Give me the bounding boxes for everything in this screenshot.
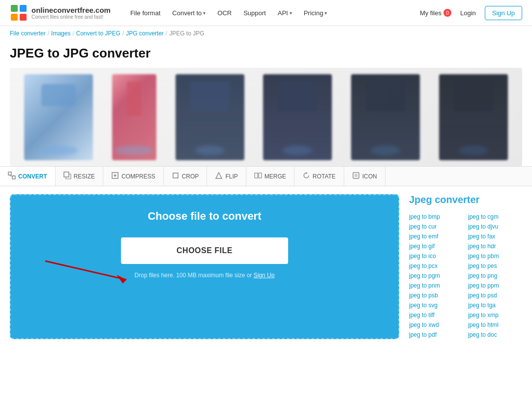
my-files-button[interactable]: My files 0: [420, 9, 451, 17]
breadcrumb-images[interactable]: Images: [51, 30, 70, 37]
page-title: JPEG to JPG converter: [0, 41, 532, 68]
carousel-item-6: [439, 74, 508, 160]
tab-flip[interactable]: FLIP: [207, 167, 246, 186]
breadcrumb-jpg-converter[interactable]: JPG converter: [126, 30, 164, 37]
svg-rect-10: [173, 173, 178, 178]
resize-icon: [63, 172, 71, 181]
tab-rotate-label: ROTATE: [313, 173, 336, 180]
sidebar-link[interactable]: jpeg to pgm: [409, 271, 463, 280]
logo-text: onlineconvertfree.com Convert files onli…: [31, 6, 111, 20]
tab-compress[interactable]: COMPRESS: [103, 167, 164, 186]
choose-file-label: CHOOSE FILE: [177, 246, 233, 255]
sidebar-link[interactable]: jpeg to pcx: [409, 262, 463, 270]
icon-tab-icon: [352, 172, 360, 181]
main-content: Choose file to convert CHOOSE FILE Drop …: [0, 186, 532, 347]
tab-convert[interactable]: CONVERT: [0, 167, 56, 186]
drop-text: Drop files here. 100 MB maximum file siz…: [135, 272, 275, 279]
breadcrumb-sep-2: /: [72, 30, 74, 37]
main-nav: File format Convert to ▾ OCR Support API…: [125, 6, 420, 20]
nav-api[interactable]: API ▾: [273, 6, 297, 20]
logo-name: onlineconvertfree.com: [31, 6, 111, 14]
tab-icon[interactable]: ICON: [344, 167, 385, 186]
svg-rect-6: [64, 172, 69, 177]
svg-rect-0: [11, 5, 18, 12]
carousel-item-2: [112, 74, 156, 160]
carousel-item-4: [263, 74, 332, 160]
svg-marker-18: [117, 275, 126, 284]
converter-box: Choose file to convert CHOOSE FILE Drop …: [10, 194, 399, 339]
pricing-arrow: ▾: [325, 10, 327, 16]
sidebar-link[interactable]: jpeg to pdf: [409, 330, 463, 339]
sidebar-title: Jpeg converter: [409, 194, 522, 205]
merge-icon: [254, 172, 262, 181]
breadcrumb-sep-3: /: [122, 30, 124, 37]
tab-resize-label: RESIZE: [74, 173, 95, 180]
sidebar-link[interactable]: jpeg to ico: [409, 252, 463, 261]
choose-file-button[interactable]: CHOOSE FILE: [121, 237, 288, 264]
sidebar-link[interactable]: jpeg to hdr: [468, 242, 522, 251]
breadcrumb-convert-to-jpeg[interactable]: Convert to JPEG: [76, 30, 120, 37]
svg-rect-12: [255, 173, 258, 178]
svg-marker-14: [305, 172, 308, 174]
flip-icon: [215, 172, 223, 181]
notification-badge: 0: [443, 9, 451, 17]
svg-rect-4: [8, 172, 11, 175]
sidebar-link[interactable]: jpeg to xmp: [468, 311, 522, 320]
sidebar-link[interactable]: jpeg to psb: [409, 291, 463, 300]
signup-button[interactable]: Sign Up: [485, 6, 522, 20]
tab-resize[interactable]: RESIZE: [56, 167, 103, 186]
sidebar-link[interactable]: jpeg to psd: [468, 291, 522, 300]
logo-tagline: Convert files online free and fast!: [31, 14, 111, 20]
breadcrumb-sep-4: /: [166, 30, 167, 37]
tab-rotate[interactable]: ROTATE: [295, 167, 344, 186]
sidebar-link[interactable]: jpeg to xwd: [409, 320, 463, 329]
sidebar-link[interactable]: jpeg to png: [468, 271, 522, 280]
sidebar-link[interactable]: jpeg to tiff: [409, 311, 463, 320]
sidebar-link[interactable]: jpeg to tga: [468, 301, 522, 310]
crop-icon: [172, 172, 179, 181]
sidebar-link[interactable]: jpeg to emf: [409, 232, 463, 241]
svg-rect-16: [355, 174, 357, 177]
nav-support[interactable]: Support: [238, 6, 271, 20]
sidebar-link[interactable]: jpeg to gif: [409, 242, 463, 251]
sidebar: Jpeg converter jpeg to bmpjpeg to cgmjpe…: [409, 194, 522, 339]
tab-merge-label: MERGE: [265, 173, 286, 180]
breadcrumb: File converter / Images / Convert to JPE…: [0, 26, 532, 41]
sidebar-link[interactable]: jpeg to djvu: [468, 222, 522, 231]
carousel-item-3: [176, 74, 244, 160]
sidebar-link[interactable]: jpeg to fax: [468, 232, 522, 241]
tab-convert-label: CONVERT: [18, 173, 47, 180]
header: onlineconvertfree.com Convert files onli…: [0, 0, 532, 26]
sidebar-link[interactable]: jpeg to html: [468, 320, 522, 329]
sidebar-links: jpeg to bmpjpeg to cgmjpeg to curjpeg to…: [409, 212, 522, 339]
nav-pricing[interactable]: Pricing ▾: [299, 6, 332, 20]
rotate-icon: [302, 172, 310, 181]
tab-crop-label: CROP: [182, 173, 199, 180]
sidebar-link[interactable]: jpeg to pnm: [409, 281, 463, 290]
nav-convert-to[interactable]: Convert to ▾: [167, 6, 210, 20]
nav-file-format[interactable]: File format: [125, 6, 165, 20]
sidebar-link[interactable]: jpeg to cur: [409, 222, 463, 231]
sidebar-link[interactable]: jpeg to pes: [468, 262, 522, 270]
sidebar-link[interactable]: jpeg to ppm: [468, 281, 522, 290]
tab-flip-label: FLIP: [225, 173, 237, 180]
login-button[interactable]: Login: [456, 7, 480, 19]
sidebar-link[interactable]: jpeg to doc: [468, 330, 522, 339]
svg-rect-2: [11, 14, 18, 21]
signup-link[interactable]: Sign Up: [254, 272, 275, 279]
sidebar-link[interactable]: jpeg to svg: [409, 301, 463, 310]
convert-icon: [8, 172, 16, 181]
svg-rect-3: [20, 14, 27, 21]
sidebar-link[interactable]: jpeg to pbm: [468, 252, 522, 261]
breadcrumb-sep-1: /: [48, 30, 49, 37]
sidebar-link[interactable]: jpeg to bmp: [409, 212, 463, 221]
logo[interactable]: onlineconvertfree.com Convert files onli…: [10, 4, 111, 22]
sidebar-link[interactable]: jpeg to cgm: [468, 212, 522, 221]
api-arrow: ▾: [290, 10, 292, 16]
tab-merge[interactable]: MERGE: [246, 167, 295, 186]
header-actions: My files 0 Login Sign Up: [420, 6, 522, 20]
breadcrumb-file-converter[interactable]: File converter: [10, 30, 46, 37]
tab-crop[interactable]: CROP: [164, 167, 207, 186]
nav-ocr[interactable]: OCR: [212, 6, 236, 20]
carousel-item-1: [24, 74, 93, 160]
